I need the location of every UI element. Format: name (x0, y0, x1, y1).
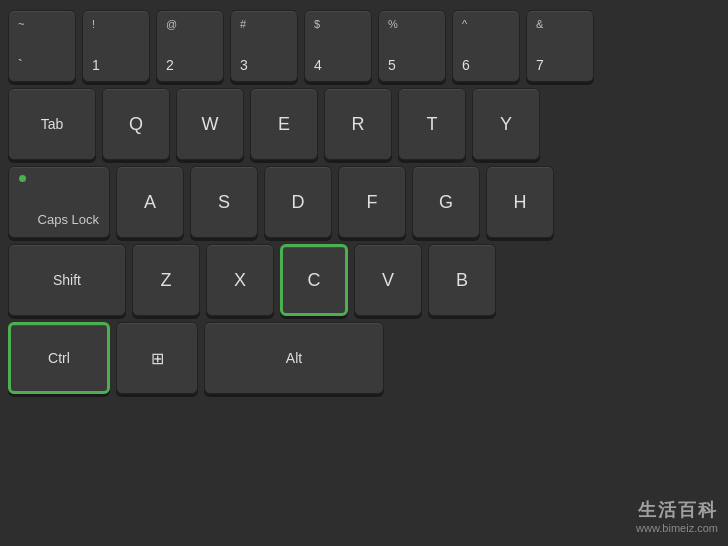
key-shift[interactable]: Shift (8, 244, 126, 316)
key-1[interactable]: ! 1 (82, 10, 150, 82)
key-r[interactable]: R (324, 88, 392, 160)
key-g[interactable]: G (412, 166, 480, 238)
row-asdf: Caps Lock A S D F G H (8, 166, 720, 238)
key-z[interactable]: Z (132, 244, 200, 316)
key-2[interactable]: @ 2 (156, 10, 224, 82)
row-numbers: ~ ` ! 1 @ 2 # 3 $ 4 % 5 ^ 6 & 7 (8, 10, 720, 82)
key-h[interactable]: H (486, 166, 554, 238)
key-tilde[interactable]: ~ ` (8, 10, 76, 82)
row-qwerty: Tab Q W E R T Y (8, 88, 720, 160)
key-5[interactable]: % 5 (378, 10, 446, 82)
key-alt[interactable]: Alt (204, 322, 384, 394)
key-e[interactable]: E (250, 88, 318, 160)
key-capslock[interactable]: Caps Lock (8, 166, 110, 238)
key-q[interactable]: Q (102, 88, 170, 160)
keyboard: ~ ` ! 1 @ 2 # 3 $ 4 % 5 ^ 6 & 7 (0, 0, 728, 546)
key-d[interactable]: D (264, 166, 332, 238)
key-a[interactable]: A (116, 166, 184, 238)
key-ctrl[interactable]: Ctrl (8, 322, 110, 394)
key-7[interactable]: & 7 (526, 10, 594, 82)
key-c[interactable]: C (280, 244, 348, 316)
key-w[interactable]: W (176, 88, 244, 160)
key-y[interactable]: Y (472, 88, 540, 160)
row-shift: Shift Z X C V B (8, 244, 720, 316)
watermark-zh: 生活百科 (638, 498, 718, 522)
key-v[interactable]: V (354, 244, 422, 316)
capslock-indicator (19, 175, 26, 182)
key-tab[interactable]: Tab (8, 88, 96, 160)
key-f[interactable]: F (338, 166, 406, 238)
key-x[interactable]: X (206, 244, 274, 316)
key-t[interactable]: T (398, 88, 466, 160)
key-s[interactable]: S (190, 166, 258, 238)
key-win[interactable]: ⊞ (116, 322, 198, 394)
row-ctrl: Ctrl ⊞ Alt (8, 322, 720, 394)
key-3[interactable]: # 3 (230, 10, 298, 82)
key-4[interactable]: $ 4 (304, 10, 372, 82)
watermark-url: www.bimeiz.com (636, 522, 718, 534)
watermark: 生活百科 www.bimeiz.com (636, 498, 718, 534)
key-b[interactable]: B (428, 244, 496, 316)
key-6[interactable]: ^ 6 (452, 10, 520, 82)
